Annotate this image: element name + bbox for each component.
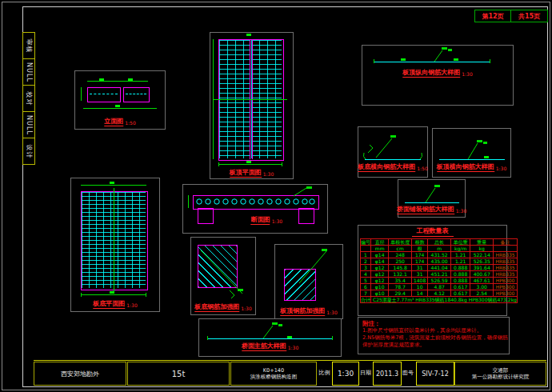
table-row: 5φ1235.41408526.590.888467.61HPB300 xyxy=(361,278,518,284)
notes-block: 附注： 1.图中尺寸钢筋直径以毫米计外，其余均以厘米计。2.N5钢筋每米7根，浇… xyxy=(358,317,510,354)
table-cell: 248 xyxy=(389,252,412,258)
titlebar-organization: 交通部 第一公路勘察设计研究院 xyxy=(454,362,546,386)
table-cell: 400.67 xyxy=(470,271,494,278)
scale-label: 比例 xyxy=(318,362,331,384)
date-value: 2011.3 xyxy=(373,362,402,386)
figure-elevation: 立面图1:50 xyxy=(74,70,166,130)
leader-line xyxy=(457,135,497,161)
bar-hooks-and-leader xyxy=(358,127,427,162)
sidebar-item-label: NULL xyxy=(26,115,33,135)
titlebar-owner: 西安郊地勘外 xyxy=(34,362,126,386)
note-line: 2.N5钢筋每米7根，浇筑混凝土前须校对各钢筋位置，确保钢筋保护层厚度满足规范要… xyxy=(362,334,509,349)
org-line2: 第一公路勘察设计研究院 xyxy=(472,374,530,380)
figure-top-plan: 板顶平面图1:30 xyxy=(210,32,294,179)
page-number: 第12页 xyxy=(482,12,503,21)
centerline xyxy=(214,99,287,100)
sidebar-item-label: 校对 xyxy=(25,91,34,106)
table-cell: φ14 xyxy=(371,252,389,258)
table-cell: 单位重 xyxy=(450,239,470,246)
table-total-value: C25混凝土7.77m³ HRB335钢筋1840.8kg HPB300钢筋47… xyxy=(371,297,518,303)
dimension-line xyxy=(188,195,189,208)
figure-bottom-reinf: 板底钢筋加强图1:30 xyxy=(190,237,256,315)
table-cell: 467.61 xyxy=(470,278,494,284)
support-outline xyxy=(298,208,314,224)
figure-caption: 断面图1:30 xyxy=(251,215,282,224)
table-cell: 备注 xyxy=(494,239,518,246)
sidebar-item-label: 审核 xyxy=(25,38,34,53)
bar-end-tick xyxy=(332,336,333,340)
table-cell: 35.4 xyxy=(389,278,412,284)
page-number-box: 第12页 xyxy=(474,10,511,22)
table-cell: 10 xyxy=(412,284,428,290)
bar-end-tick xyxy=(490,59,490,63)
leader-line xyxy=(426,46,466,63)
table-cell: 441.04 xyxy=(428,265,451,271)
dimension-line xyxy=(81,294,146,295)
table-cell: 2.54 xyxy=(470,290,494,297)
sidebar-item-label: NULL xyxy=(26,62,33,82)
table-cell: 3 xyxy=(361,265,371,271)
table-cell: 391.64 xyxy=(470,265,494,271)
table-cell: 0.888 xyxy=(450,271,470,278)
table-cell: 1408 xyxy=(412,278,428,284)
table-cell: kg xyxy=(470,246,494,252)
dimension-text-mark xyxy=(128,78,133,81)
dimension-tick xyxy=(218,162,219,166)
table-cell: 0.888 xyxy=(450,278,470,284)
dimension-text-mark xyxy=(115,105,120,107)
table-row: 4φ12132.131451.210.888400.67HRB335 xyxy=(361,271,518,278)
figure-caption: 板底横向钢筋大样图1:50 xyxy=(358,162,427,171)
table-cell: φ12 xyxy=(371,271,389,278)
dimension-text-mark xyxy=(246,34,251,36)
leader-line xyxy=(275,245,342,293)
table-cell: 451.21 xyxy=(428,271,451,278)
table-cell: 单根长度 xyxy=(389,239,412,246)
table-cell: 78.7 xyxy=(389,284,412,290)
table-cell: 直径 xyxy=(371,239,389,246)
table-cell: 1 xyxy=(361,252,371,258)
table-cell xyxy=(361,246,371,252)
leader-line xyxy=(414,182,454,204)
date-label: 日期 xyxy=(359,362,372,384)
centerline xyxy=(114,188,114,292)
table-cell: 根数 xyxy=(412,239,428,246)
quantity-table-title: 工程数量表 xyxy=(412,226,454,237)
table-cell: 1.21 xyxy=(450,258,470,265)
table-cell: 根 xyxy=(412,246,428,252)
quantity-table: 工程数量表 编号直径单根长度根数总长单位重重量备注mmcm根mkg/mkg1φ1… xyxy=(358,225,507,316)
table-cell: 14 xyxy=(412,290,428,297)
table-cell: HRB335 xyxy=(494,258,518,265)
dimension-text-mark xyxy=(246,161,251,163)
bar-end-tick xyxy=(207,336,208,340)
table-cell: φ12 xyxy=(371,278,389,284)
table-cell: mm xyxy=(371,246,389,252)
rebar-circle-row xyxy=(193,195,318,208)
title-bar: 西安郊地勘外 15t K0+140 洪淮板桥钢筋构造图 比例 1:30 日期 2… xyxy=(34,360,546,386)
rebar-line xyxy=(90,94,118,94)
titlebar-load: 15t xyxy=(127,362,230,386)
table-cell: HRB335 xyxy=(494,252,518,258)
dimension-line xyxy=(81,185,146,186)
bar-mark xyxy=(401,58,406,61)
slab-outline xyxy=(87,87,121,102)
figure-caption: 板顶纵向钢筋大样图1:30 xyxy=(402,68,472,77)
figure-caption: 板底钢筋加强图1:30 xyxy=(194,302,251,311)
figure-caption: 板顶横向钢筋大样图1:30 xyxy=(437,162,506,171)
pages-total: 共15页 xyxy=(518,12,540,21)
table-cell: HRB335 xyxy=(494,271,518,278)
table-cell: 526.35 xyxy=(470,258,494,265)
table-cell: 0.617 xyxy=(450,290,470,297)
dimension-text-mark xyxy=(99,78,104,81)
sidebar-item-label: 设计 xyxy=(25,144,34,158)
table-cell: 145.8 xyxy=(389,265,412,271)
drawing-no-label: 图号 xyxy=(401,362,415,384)
table-cell: 526.59 xyxy=(428,278,451,284)
leader-line xyxy=(287,185,319,196)
table-cell: 3.00 xyxy=(470,284,494,290)
cad-sheet: 第12页 共15页 审核NULL校对NULL设计 立面图1:50 板 xyxy=(0,0,552,392)
sidebar-item: 审核 xyxy=(22,32,35,59)
table-row: 7φ1029.4144.120.6172.54HPB300 xyxy=(361,290,518,297)
table-cell: m xyxy=(428,246,451,252)
table-cell: cm xyxy=(389,246,412,252)
sidebar-item: 校对 xyxy=(22,85,35,112)
